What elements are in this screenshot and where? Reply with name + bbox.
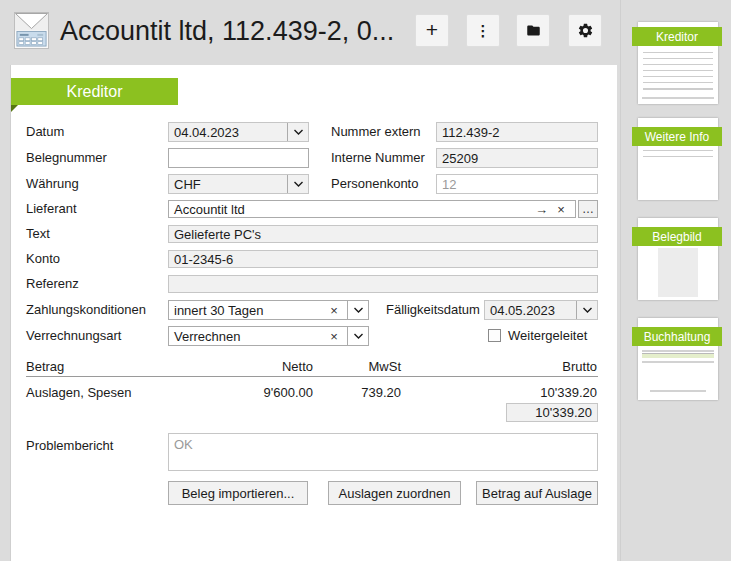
clear-x-icon[interactable]: × xyxy=(325,329,343,344)
betrag-col-mwst: MwSt xyxy=(323,357,401,377)
interne-nummer-label: Interne Nummer xyxy=(331,148,425,168)
chevron-down-icon[interactable] xyxy=(576,301,597,319)
thumbnail-label-buchhaltung[interactable]: Buchhaltung xyxy=(632,327,722,346)
betrag-row-mwst: 739.20 xyxy=(323,383,401,403)
thumbnail-label-weitere-info[interactable]: Weitere Info xyxy=(632,127,722,146)
personenkonto-label: Personenkonto xyxy=(331,174,418,194)
page-title: Accountit ltd, 112.439-2, 0... xyxy=(60,11,394,51)
zahlungskonditionen-label: Zahlungskonditionen xyxy=(26,300,146,320)
personenkonto-input[interactable]: 12 xyxy=(436,174,598,194)
konto-value: 01-2345-6 xyxy=(174,252,592,267)
personenkonto-placeholder: 12 xyxy=(442,177,592,192)
ellipsis-icon: … xyxy=(582,202,594,216)
chevron-down-icon[interactable] xyxy=(287,175,308,193)
betrag-col-netto: Netto xyxy=(168,357,313,377)
folder-button[interactable] xyxy=(516,14,550,47)
auslagen-zuordnen-button[interactable]: Auslagen zuordnen xyxy=(328,481,461,505)
text-field[interactable]: Gelieferte PC's xyxy=(168,225,598,243)
thumbnail-content xyxy=(643,52,713,94)
thumbnail-label-text: Buchhaltung xyxy=(644,330,711,344)
problembericht-value: OK xyxy=(174,437,193,452)
problembericht-label: Problembericht xyxy=(26,436,113,456)
folder-icon xyxy=(525,23,542,38)
datum-combobox[interactable]: 04.04.2023 xyxy=(168,122,309,142)
gear-icon xyxy=(577,22,594,39)
konto-field[interactable]: 01-2345-6 xyxy=(168,250,598,268)
clear-x-icon[interactable]: × xyxy=(552,202,570,217)
settings-button[interactable] xyxy=(568,14,602,47)
zahlungskonditionen-value: innert 30 Tagen xyxy=(174,303,325,318)
belegnummer-label: Belegnummer xyxy=(26,148,107,168)
waehrung-label: Währung xyxy=(26,174,79,194)
betrag-row-netto: 9'600.00 xyxy=(168,383,313,403)
thumbnail-content xyxy=(650,390,706,392)
weitergeleitet-label: Weitergeleitet xyxy=(508,326,587,346)
clear-x-icon[interactable]: × xyxy=(325,303,343,318)
thumbnail-label-text: Kreditor xyxy=(656,30,698,44)
verrechnungsart-label: Verrechnungsart xyxy=(26,326,121,346)
datum-value: 04.04.2023 xyxy=(174,125,283,140)
brutto-total-field[interactable]: 10'339.20 xyxy=(506,403,598,422)
tab-fold-decoration xyxy=(11,105,18,112)
thumbnail-content xyxy=(642,353,714,358)
betrag-section-label: Betrag xyxy=(26,357,64,377)
konto-label: Konto xyxy=(26,250,60,268)
problembericht-textarea[interactable]: OK xyxy=(168,433,598,471)
page-thumbnail-sidebar: Kreditor Weitere Info Belegbild Buchhalt… xyxy=(620,0,731,561)
faelligkeitsdatum-label: Fälligkeitsdatum xyxy=(386,300,480,320)
nummer-extern-value: 112.439-2 xyxy=(442,125,592,140)
lieferant-browse-button[interactable]: … xyxy=(578,200,598,218)
datum-label: Datum xyxy=(26,122,64,142)
thumbnail-label-belegbild[interactable]: Belegbild xyxy=(632,227,722,246)
thumbnail-content xyxy=(642,361,714,363)
interne-nummer-field[interactable]: 25209 xyxy=(436,148,598,168)
lieferant-label: Lieferant xyxy=(26,200,77,218)
mail-calendar-icon xyxy=(14,12,49,49)
waehrung-combobox[interactable]: CHF xyxy=(168,174,309,194)
betrag-row-brutto: 10'339.20 xyxy=(431,383,597,403)
betrag-divider xyxy=(26,376,598,377)
kebab-menu-button[interactable]: ⋮ xyxy=(466,14,500,47)
weitergeleitet-checkbox[interactable] xyxy=(488,329,501,342)
chevron-down-icon[interactable] xyxy=(287,123,308,141)
beleg-importieren-button[interactable]: Beleg importieren... xyxy=(168,481,308,505)
thumbnail-label-text: Weitere Info xyxy=(645,130,709,144)
tab-kreditor[interactable]: Kreditor xyxy=(11,78,178,105)
nummer-extern-field[interactable]: 112.439-2 xyxy=(436,122,598,142)
kreditor-panel: Kreditor Datum 04.04.2023 Nummer extern … xyxy=(10,65,617,561)
chevron-down-icon[interactable] xyxy=(347,327,368,345)
waehrung-value: CHF xyxy=(174,177,283,192)
chevron-down-icon[interactable] xyxy=(347,301,368,319)
tab-kreditor-label: Kreditor xyxy=(66,83,122,101)
text-value: Gelieferte PC's xyxy=(174,227,592,242)
thumbnail-label-kreditor[interactable]: Kreditor xyxy=(632,27,722,46)
thumbnail-content xyxy=(658,248,698,297)
lieferant-value: Accountit ltd xyxy=(174,202,535,217)
betrag-row-label: Auslagen, Spesen xyxy=(26,383,132,403)
interne-nummer-value: 25209 xyxy=(442,151,592,166)
belegnummer-input[interactable] xyxy=(168,148,309,168)
referenz-label: Referenz xyxy=(26,275,79,293)
brutto-total-value: 10'339.20 xyxy=(535,405,592,420)
betrag-auf-auslage-button[interactable]: Betrag auf Auslage xyxy=(476,481,598,505)
nummer-extern-label: Nummer extern xyxy=(331,122,421,142)
goto-arrow-icon[interactable]: → xyxy=(535,202,548,217)
thumbnail-content xyxy=(642,350,714,352)
text-label: Text xyxy=(26,225,50,243)
referenz-field[interactable] xyxy=(168,275,598,293)
add-button[interactable]: + xyxy=(415,14,449,47)
lieferant-lookup-field[interactable]: Accountit ltd → × xyxy=(168,200,576,218)
betrag-col-brutto: Brutto xyxy=(431,357,597,377)
faelligkeitsdatum-combobox[interactable]: 04.05.2023 xyxy=(484,300,598,320)
faelligkeitsdatum-value: 04.05.2023 xyxy=(490,303,572,318)
thumbnail-label-text: Belegbild xyxy=(652,230,701,244)
zahlungskonditionen-combobox[interactable]: innert 30 Tagen × xyxy=(168,300,369,320)
thumbnail-content xyxy=(643,150,713,159)
thumbnail-content xyxy=(642,97,714,99)
verrechnungsart-combobox[interactable]: Verrechnen × xyxy=(168,326,369,346)
verrechnungsart-value: Verrechnen xyxy=(174,329,325,344)
